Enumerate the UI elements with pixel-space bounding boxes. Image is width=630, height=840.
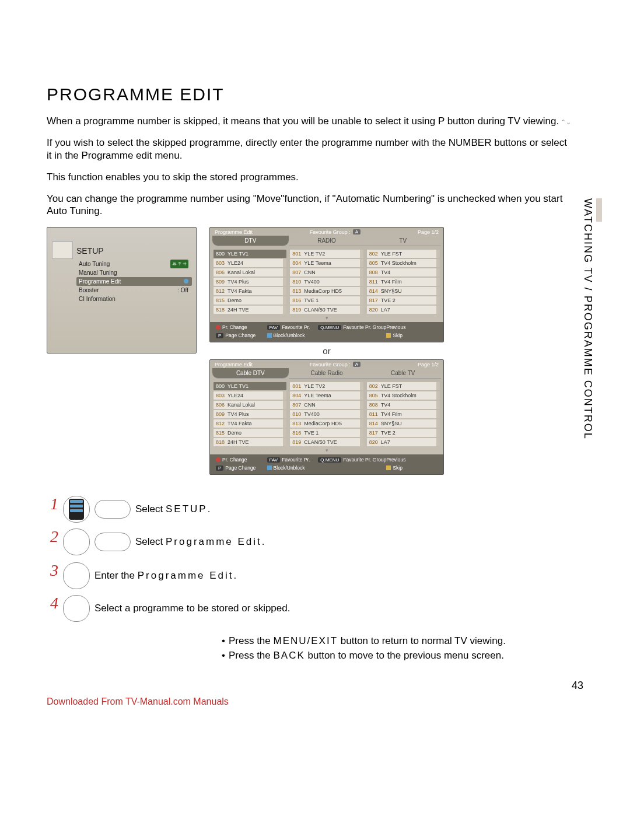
programme-edit-screenshot-2: Programme Edit Favourite Group : A Page … bbox=[209, 359, 444, 475]
page-indicator: Page 1/2 bbox=[418, 229, 439, 235]
channel-cell: 815Demo bbox=[214, 296, 286, 304]
source-tab: RADIO bbox=[289, 236, 365, 246]
step-2-text: Select Programme Edit. bbox=[135, 536, 265, 548]
channel-cell: 819CLAN/50 TVE bbox=[290, 306, 363, 314]
channel-cell: 816TVE 1 bbox=[290, 296, 363, 304]
setup-item: Booster: Off bbox=[76, 286, 192, 295]
remote-ok-button bbox=[94, 533, 131, 551]
scroll-down-icon: ▾ bbox=[210, 315, 443, 322]
remote-ok-button bbox=[63, 528, 90, 555]
step-number-1: 1 bbox=[47, 496, 58, 512]
setup-item: CI Information bbox=[76, 295, 192, 303]
channel-cell: 812TV4 Fakta bbox=[214, 287, 286, 295]
channel-cell: 81824H TVE bbox=[214, 438, 286, 446]
channel-cell: 813MediaCorp HD5 bbox=[290, 287, 363, 295]
download-source-line: Downloaded From TV-Manual.com Manuals bbox=[47, 696, 583, 707]
channel-cell: 800YLE TV1 bbox=[214, 250, 286, 258]
footnote-2: • Press the BACK button to move to the p… bbox=[222, 648, 583, 663]
shot-title: Programme Edit bbox=[215, 362, 253, 368]
channel-cell: 809TV4 Plus bbox=[214, 278, 286, 286]
step-number-2: 2 bbox=[47, 528, 58, 545]
channel-cell: 801YLE TV2 bbox=[290, 250, 363, 258]
channel-cell: 817TVE 2 bbox=[367, 429, 440, 437]
channel-cell: 811TV4 Film bbox=[367, 278, 440, 286]
step-number-3: 3 bbox=[47, 562, 58, 579]
footnote-1: • Press the MENU/EXIT button to return t… bbox=[222, 634, 583, 649]
fav-group-badge: A bbox=[353, 362, 360, 367]
programme-edit-screenshot-1: Programme Edit Favourite Group : A Page … bbox=[209, 227, 444, 342]
step-3-text: Enter the Programme Edit. bbox=[94, 570, 236, 582]
step-number-4: 4 bbox=[47, 595, 58, 611]
channel-cell: 810TV400 bbox=[290, 278, 363, 286]
paragraph-3: This function enables you to skip the st… bbox=[47, 171, 572, 183]
channel-cell: 814SNY§SU bbox=[367, 419, 440, 428]
source-tab: Cable DTV bbox=[212, 368, 289, 379]
channel-cell: 803YLE24 bbox=[214, 259, 286, 267]
remote-nav-button bbox=[63, 496, 90, 523]
setup-item: Manual Tuning bbox=[76, 268, 192, 277]
channel-cell: 802YLE FST bbox=[367, 382, 440, 390]
paragraph-4: You can change the programme number usin… bbox=[47, 192, 572, 218]
channel-cell: 802YLE FST bbox=[367, 250, 440, 258]
channel-cell: 813MediaCorp HD5 bbox=[290, 419, 363, 428]
channel-cell: 805TV4 Stockholm bbox=[367, 391, 440, 400]
channel-cell: 816TVE 1 bbox=[290, 429, 363, 437]
source-tab: Cable TV bbox=[365, 368, 441, 379]
channel-cell: 810TV400 bbox=[290, 410, 363, 418]
channel-cell: 800YLE TV1 bbox=[214, 382, 286, 390]
channel-cell: 81824H TVE bbox=[214, 306, 286, 314]
paragraph-2: If you wish to select the skipped progra… bbox=[47, 136, 572, 162]
step-4-text: Select a programme to be stored or skipp… bbox=[94, 603, 290, 614]
channel-cell: 817TVE 2 bbox=[367, 296, 440, 304]
channel-cell: 819CLAN/50 TVE bbox=[290, 438, 363, 446]
channel-cell: 806Kanal Lokal bbox=[214, 401, 286, 409]
remote-ok-button bbox=[94, 500, 131, 519]
channel-cell: 820LA7 bbox=[367, 306, 440, 314]
channel-cell: 803YLE24 bbox=[214, 391, 286, 400]
channel-cell: 806Kanal Lokal bbox=[214, 268, 286, 276]
channel-cell: 811TV4 Film bbox=[367, 410, 440, 418]
channel-cell: 805TV4 Stockholm bbox=[367, 259, 440, 267]
source-tab: DTV bbox=[212, 236, 289, 246]
shot-title: Programme Edit bbox=[215, 229, 253, 235]
side-tab-marker bbox=[596, 198, 602, 222]
setup-icon bbox=[52, 242, 73, 259]
channel-cell: 815Demo bbox=[214, 429, 286, 437]
remote-ok-button bbox=[63, 562, 90, 589]
page-title: PROGRAMME EDIT bbox=[47, 85, 583, 104]
channel-cell: 807CNN bbox=[290, 268, 363, 276]
fav-group-badge: A bbox=[353, 229, 360, 235]
side-label: WATCHING TV / PROGRAMME CONTROL bbox=[582, 198, 594, 440]
channel-cell: 809TV4 Plus bbox=[214, 410, 286, 418]
page-indicator: Page 1/2 bbox=[418, 362, 439, 368]
channel-cell: 807CNN bbox=[290, 401, 363, 409]
fav-group-label: Favourite Group : bbox=[310, 229, 351, 235]
setup-item: Programme Edit bbox=[76, 277, 192, 286]
channel-cell: 820LA7 bbox=[367, 438, 440, 446]
source-tab: TV bbox=[365, 236, 441, 246]
channel-cell: 812TV4 Fakta bbox=[214, 419, 286, 428]
channel-cell: 804YLE Teema bbox=[290, 391, 363, 400]
setup-header: SETUP bbox=[76, 246, 104, 256]
scroll-down-icon: ▾ bbox=[210, 447, 443, 454]
fav-group-label: Favourite Group : bbox=[310, 362, 351, 368]
source-tab: Cable Radio bbox=[289, 368, 365, 379]
step-1-text: Select SETUP. bbox=[135, 503, 210, 515]
channel-cell: 808TV4 bbox=[367, 268, 440, 276]
or-label: or bbox=[209, 346, 444, 356]
setup-item: Auto Tuningꔛ ꔉ ꔠ bbox=[76, 260, 192, 268]
setup-menu-screenshot: SETUP Auto Tuningꔛ ꔉ ꔠManual TuningProgr… bbox=[47, 227, 197, 354]
page-number: 43 bbox=[47, 680, 583, 692]
channel-cell: 804YLE Teema bbox=[290, 259, 363, 267]
paragraph-1: When a programme number is skipped, it m… bbox=[47, 115, 572, 127]
channel-cell: 801YLE TV2 bbox=[290, 382, 363, 390]
channel-cell: 808TV4 bbox=[367, 401, 440, 409]
channel-cell: 814SNY§SU bbox=[367, 287, 440, 295]
remote-ok-button bbox=[63, 595, 90, 622]
